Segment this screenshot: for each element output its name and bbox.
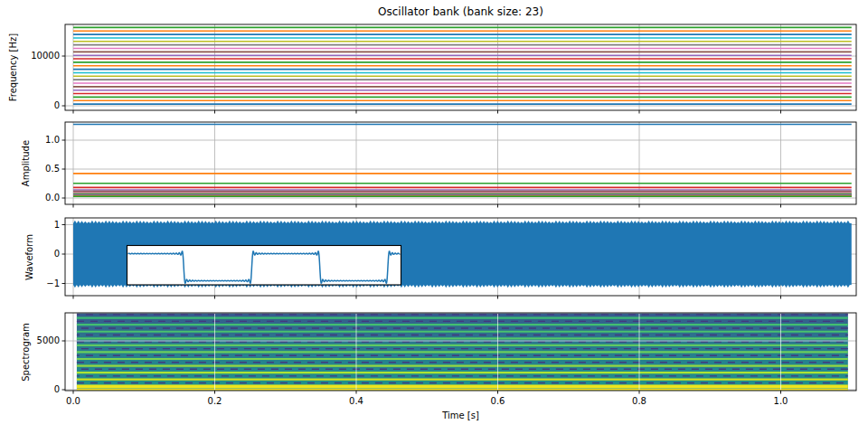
ylabel-frequency: Frequency [Hz] <box>8 14 20 122</box>
y-tick-label-spectrogram: 5000 <box>24 336 60 345</box>
x-tick-label: 0.0 <box>57 397 90 406</box>
y-tick-label-amplitude: 0.0 <box>24 193 60 203</box>
x-tick-label: 0.8 <box>623 397 656 406</box>
frequency-plot <box>62 24 857 114</box>
waveform-plot <box>62 218 857 299</box>
y-tick-label-frequency: 0 <box>24 101 60 110</box>
y-tick-label-spectrogram: 0 <box>24 385 60 394</box>
waveform-inset <box>127 246 401 286</box>
x-tick-label: 0.6 <box>482 397 514 406</box>
spectrogram-plot <box>62 313 857 394</box>
x-tick-label: 0.2 <box>199 397 231 406</box>
y-tick-label-waveform: −1 <box>24 279 60 288</box>
figure: Oscillator bank (bank size: 23) Frequenc… <box>0 0 868 434</box>
y-tick-label-waveform: 1 <box>24 221 60 230</box>
amplitude-plot <box>62 122 857 208</box>
waveform-bottom-fringe <box>73 285 850 288</box>
y-tick-label-amplitude: 1.0 <box>24 136 60 145</box>
y-tick-label-waveform: 0 <box>24 250 60 259</box>
y-tick-label-frequency: 10000 <box>24 52 60 61</box>
xlabel: Time [s] <box>65 410 856 420</box>
x-tick-label: 0.4 <box>340 397 373 406</box>
waveform-top-fringe <box>73 221 850 223</box>
y-tick-label-amplitude: 0.5 <box>24 165 60 174</box>
plots-canvas <box>0 0 868 434</box>
x-tick-label: 1.0 <box>765 397 797 406</box>
